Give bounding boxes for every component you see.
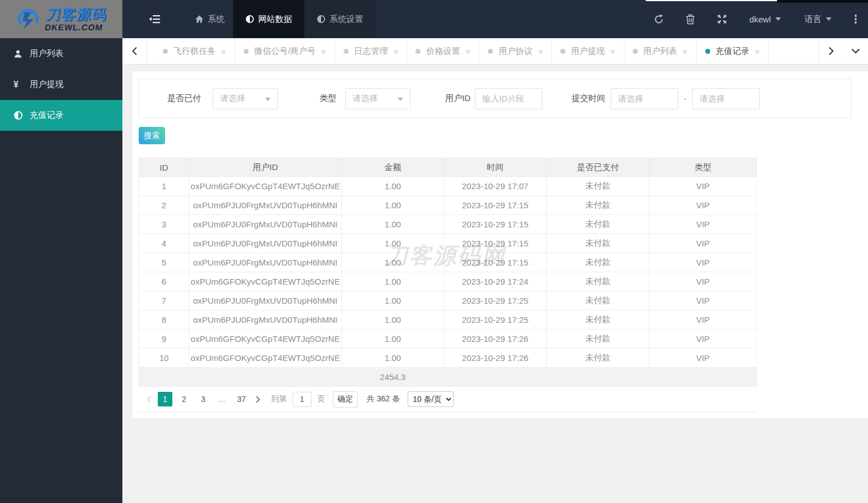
fullscreen-button[interactable] (706, 0, 738, 38)
page-button[interactable]: 2 (177, 392, 191, 406)
goto-page-label: 到第 (271, 394, 287, 404)
cell-type: VIP (650, 310, 757, 330)
cell-userid: oxPUm6GFOKyvCGpT4EWTJq5OzrNE (189, 330, 342, 349)
page-buttons: 1 2 3 ... 37 (156, 392, 251, 406)
tab-status-dot-icon (244, 49, 249, 54)
cell-type: VIP (650, 177, 757, 196)
clear-cache-button[interactable] (675, 0, 706, 38)
nav-item-site-data[interactable]: 网站数据 (233, 0, 304, 38)
cell-type: VIP (650, 234, 757, 253)
col-header-time: 时间 (444, 158, 547, 177)
tab[interactable]: 飞行棋任务 × (154, 38, 235, 64)
cell-time: 2023-10-29 17:24 (444, 272, 547, 291)
tab[interactable]: 用户协议 × (479, 38, 552, 64)
tab-close-icon[interactable]: × (465, 47, 470, 56)
tab[interactable]: 用户提现 × (552, 38, 624, 64)
tab[interactable]: 微信公号/商户号 × (235, 38, 335, 64)
tab-close-icon[interactable]: × (610, 47, 615, 56)
topbar-spacer (376, 0, 643, 38)
tab-close-icon[interactable]: × (683, 47, 688, 56)
cell-type: VIP (650, 349, 757, 368)
page-button[interactable]: ... (215, 392, 230, 406)
cell-userid: oxPUm6PJU0FrgMxUVD0TupH6hMNI (189, 196, 342, 215)
window-edge-strip (777, 0, 868, 3)
tabs-scroll-right-button[interactable] (819, 38, 843, 64)
tab-close-icon[interactable]: × (394, 47, 399, 56)
tab[interactable]: 用户列表 × (624, 38, 697, 64)
tabbar: 飞行棋任务 × 微信公号/商户号 × 日志管理 × 价格设置 × (122, 38, 868, 65)
confirm-page-button[interactable]: 确定 (333, 391, 358, 408)
chevron-down-icon (398, 98, 403, 101)
sidebar-item-user-list[interactable]: 用户列表 (0, 38, 122, 69)
page-size-select[interactable]: 10 条/页 (408, 391, 454, 407)
tab-status-dot-icon (560, 49, 565, 54)
cell-paid: 未付款 (547, 196, 650, 215)
tabs-scroll-left-button[interactable] (122, 38, 147, 64)
paid-filter-select[interactable]: 请选择 (213, 88, 278, 109)
tab[interactable]: 价格设置 × (407, 38, 479, 64)
chevron-right-icon (828, 47, 834, 56)
type-filter-select[interactable]: 请选择 (345, 88, 410, 109)
nav-item-system[interactable]: 系统 (186, 0, 233, 38)
time-to-input[interactable] (692, 88, 760, 109)
nav-item-settings[interactable]: 系统设置 (304, 0, 376, 38)
refresh-button[interactable] (643, 0, 675, 38)
page-button[interactable]: 1 (158, 392, 172, 406)
next-page-button[interactable] (251, 392, 264, 406)
more-menu-button[interactable] (843, 0, 868, 38)
cell-id: 4 (139, 234, 189, 253)
chevron-down-icon (775, 17, 781, 21)
cell-amount: 1.00 (342, 177, 444, 196)
userid-input[interactable] (475, 88, 542, 109)
app-logo[interactable]: 刀客源码 DKEWL.COM (0, 0, 122, 38)
sidebar-item-recharge-records[interactable]: 充值记录 (0, 100, 122, 131)
tab[interactable]: 充值记录 × (697, 38, 769, 64)
col-header-paid: 是否已支付 (547, 158, 650, 177)
tab-label: 用户提现 (571, 46, 605, 57)
time-from-input[interactable] (611, 88, 678, 109)
table-row: 7 oxPUm6PJU0FrgMxUVD0TupH6hMNI 1.00 2023… (139, 291, 757, 310)
goto-page-input[interactable] (293, 392, 312, 407)
refresh-icon (654, 14, 664, 25)
table-row: 1 oxPUm6GFOKyvCGpT4EWTJq5OzrNE 1.00 2023… (139, 177, 757, 196)
prev-page-button[interactable] (142, 392, 156, 406)
cell-userid: oxPUm6PJU0FrgMxUVD0TupH6hMNI (189, 291, 342, 310)
chevron-down-icon (826, 17, 832, 21)
col-header-userid: 用户ID (189, 158, 342, 177)
cell-userid: oxPUm6PJU0FrgMxUVD0TupH6hMNI (189, 310, 342, 330)
tab-label: 飞行棋任务 (173, 46, 216, 57)
tab-close-icon[interactable]: × (755, 47, 760, 56)
half-circle-icon (13, 111, 26, 120)
language-label: 语言 (805, 14, 821, 25)
sidebar-item-withdrawals[interactable]: ¥ 用户提现 (0, 69, 122, 100)
tab[interactable]: 日志管理 × (335, 38, 408, 64)
cell-id: 10 (139, 349, 189, 368)
tab-close-icon[interactable]: × (538, 47, 543, 56)
page-button[interactable]: 37 (234, 392, 249, 406)
cell-time: 2023-10-29 17:15 (444, 215, 547, 234)
cell-id: 8 (139, 310, 189, 330)
cell-paid: 未付款 (547, 272, 650, 291)
cell-paid: 未付款 (547, 310, 650, 330)
tab-status-dot-icon (633, 49, 638, 54)
tabs-collapse-button[interactable] (843, 38, 868, 64)
logo-icon (17, 7, 42, 31)
half-circle-icon (317, 15, 326, 24)
tab-close-icon[interactable]: × (321, 47, 326, 56)
cell-id: 5 (139, 253, 189, 272)
cell-time: 2023-10-29 17:15 (444, 196, 547, 215)
page-button[interactable]: 3 (196, 392, 211, 406)
cell-time: 2023-10-29 17:25 (444, 291, 547, 310)
cell-time: 2023-10-29 17:26 (444, 349, 547, 368)
search-button[interactable]: 搜索 (139, 127, 165, 144)
window-edge-highlight (646, 0, 777, 1)
sidebar-fold-button[interactable] (122, 0, 186, 38)
cell-id: 6 (139, 272, 189, 291)
tab-close-icon[interactable]: × (221, 47, 226, 56)
language-menu[interactable]: 语言 (793, 0, 843, 38)
user-menu[interactable]: dkewl (738, 0, 793, 38)
paid-filter-label: 是否已付 (167, 93, 201, 104)
userid-filter-label: 用户ID (445, 93, 470, 104)
type-filter-label: 类型 (319, 93, 336, 104)
col-header-type: 类型 (650, 158, 757, 177)
